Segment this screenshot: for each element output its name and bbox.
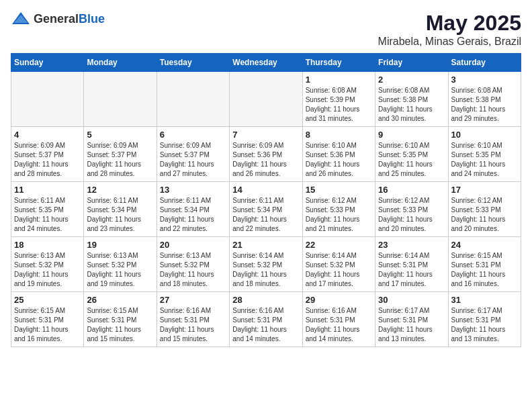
calendar-day-cell xyxy=(11,72,84,127)
calendar-day-cell: 9Sunrise: 6:10 AMSunset: 5:35 PMDaylight… xyxy=(375,127,448,182)
calendar-day-cell: 28Sunrise: 6:16 AMSunset: 5:31 PMDayligh… xyxy=(230,292,302,347)
day-number: 8 xyxy=(306,130,372,140)
day-info: Sunrise: 6:11 AMSunset: 5:35 PMDaylight:… xyxy=(14,196,81,234)
day-info: Sunrise: 6:16 AMSunset: 5:31 PMDaylight:… xyxy=(232,306,299,344)
day-info: Sunrise: 6:13 AMSunset: 5:32 PMDaylight:… xyxy=(160,251,226,289)
calendar-day-cell: 25Sunrise: 6:15 AMSunset: 5:31 PMDayligh… xyxy=(11,292,84,347)
calendar-day-cell: 15Sunrise: 6:12 AMSunset: 5:33 PMDayligh… xyxy=(302,182,375,237)
calendar-week-row: 18Sunrise: 6:13 AMSunset: 5:32 PMDayligh… xyxy=(11,237,521,292)
day-info: Sunrise: 6:14 AMSunset: 5:31 PMDaylight:… xyxy=(378,251,445,289)
calendar-day-cell: 4Sunrise: 6:09 AMSunset: 5:37 PMDaylight… xyxy=(11,127,84,182)
day-number: 22 xyxy=(306,240,372,250)
day-of-week-header: Tuesday xyxy=(157,54,229,72)
calendar-week-row: 1Sunrise: 6:08 AMSunset: 5:39 PMDaylight… xyxy=(11,72,521,127)
day-info: Sunrise: 6:09 AMSunset: 5:37 PMDaylight:… xyxy=(14,141,81,179)
day-info: Sunrise: 6:15 AMSunset: 5:31 PMDaylight:… xyxy=(87,306,153,344)
day-number: 18 xyxy=(14,240,81,250)
day-info: Sunrise: 6:09 AMSunset: 5:37 PMDaylight:… xyxy=(87,141,153,179)
day-info: Sunrise: 6:08 AMSunset: 5:38 PMDaylight:… xyxy=(451,86,518,124)
day-number: 30 xyxy=(378,295,445,305)
day-number: 29 xyxy=(306,295,372,305)
day-info: Sunrise: 6:17 AMSunset: 5:31 PMDaylight:… xyxy=(378,306,445,344)
day-info: Sunrise: 6:14 AMSunset: 5:32 PMDaylight:… xyxy=(306,251,372,289)
calendar-day-cell: 6Sunrise: 6:09 AMSunset: 5:37 PMDaylight… xyxy=(157,127,229,182)
day-info: Sunrise: 6:12 AMSunset: 5:33 PMDaylight:… xyxy=(306,196,372,234)
calendar-day-cell: 29Sunrise: 6:16 AMSunset: 5:31 PMDayligh… xyxy=(302,292,375,347)
calendar-day-cell: 2Sunrise: 6:08 AMSunset: 5:38 PMDaylight… xyxy=(375,72,448,127)
calendar-day-cell: 23Sunrise: 6:14 AMSunset: 5:31 PMDayligh… xyxy=(375,237,448,292)
day-number: 16 xyxy=(378,185,445,195)
calendar-day-cell: 31Sunrise: 6:17 AMSunset: 5:31 PMDayligh… xyxy=(448,292,521,347)
calendar-day-cell: 21Sunrise: 6:14 AMSunset: 5:32 PMDayligh… xyxy=(230,237,302,292)
day-info: Sunrise: 6:10 AMSunset: 5:35 PMDaylight:… xyxy=(378,141,445,179)
calendar-day-cell: 13Sunrise: 6:11 AMSunset: 5:34 PMDayligh… xyxy=(157,182,229,237)
day-info: Sunrise: 6:16 AMSunset: 5:31 PMDaylight:… xyxy=(160,306,226,344)
day-info: Sunrise: 6:12 AMSunset: 5:33 PMDaylight:… xyxy=(378,196,445,234)
day-number: 4 xyxy=(14,130,81,140)
calendar-day-cell: 7Sunrise: 6:09 AMSunset: 5:36 PMDaylight… xyxy=(230,127,302,182)
day-of-week-header: Friday xyxy=(375,54,448,72)
calendar-day-cell: 8Sunrise: 6:10 AMSunset: 5:36 PMDaylight… xyxy=(302,127,375,182)
day-info: Sunrise: 6:09 AMSunset: 5:37 PMDaylight:… xyxy=(160,141,226,179)
day-info: Sunrise: 6:10 AMSunset: 5:36 PMDaylight:… xyxy=(306,141,372,179)
calendar-day-cell: 1Sunrise: 6:08 AMSunset: 5:39 PMDaylight… xyxy=(302,72,375,127)
day-info: Sunrise: 6:13 AMSunset: 5:32 PMDaylight:… xyxy=(14,251,81,289)
day-number: 2 xyxy=(378,75,445,85)
day-number: 27 xyxy=(160,295,226,305)
logo-text-general: General xyxy=(34,12,79,26)
calendar-day-cell: 12Sunrise: 6:11 AMSunset: 5:34 PMDayligh… xyxy=(84,182,157,237)
calendar-day-cell: 17Sunrise: 6:12 AMSunset: 5:33 PMDayligh… xyxy=(448,182,521,237)
day-info: Sunrise: 6:11 AMSunset: 5:34 PMDaylight:… xyxy=(87,196,153,234)
day-info: Sunrise: 6:12 AMSunset: 5:33 PMDaylight:… xyxy=(451,196,518,234)
calendar-week-row: 11Sunrise: 6:11 AMSunset: 5:35 PMDayligh… xyxy=(11,182,521,237)
day-info: Sunrise: 6:11 AMSunset: 5:34 PMDaylight:… xyxy=(160,196,226,234)
day-info: Sunrise: 6:17 AMSunset: 5:31 PMDaylight:… xyxy=(451,306,518,344)
calendar-week-row: 25Sunrise: 6:15 AMSunset: 5:31 PMDayligh… xyxy=(11,292,521,347)
day-info: Sunrise: 6:16 AMSunset: 5:31 PMDaylight:… xyxy=(306,306,372,344)
calendar-day-cell: 11Sunrise: 6:11 AMSunset: 5:35 PMDayligh… xyxy=(11,182,84,237)
logo: GeneralBlue xyxy=(11,11,105,27)
day-info: Sunrise: 6:15 AMSunset: 5:31 PMDaylight:… xyxy=(14,306,81,344)
day-info: Sunrise: 6:11 AMSunset: 5:34 PMDaylight:… xyxy=(232,196,299,234)
calendar-day-cell: 26Sunrise: 6:15 AMSunset: 5:31 PMDayligh… xyxy=(84,292,157,347)
day-info: Sunrise: 6:08 AMSunset: 5:39 PMDaylight:… xyxy=(306,86,372,124)
calendar-day-cell: 10Sunrise: 6:10 AMSunset: 5:35 PMDayligh… xyxy=(448,127,521,182)
calendar-day-cell: 20Sunrise: 6:13 AMSunset: 5:32 PMDayligh… xyxy=(157,237,229,292)
calendar-day-cell xyxy=(230,72,302,127)
day-number: 25 xyxy=(14,295,81,305)
month-title: May 2025 xyxy=(378,11,521,36)
day-info: Sunrise: 6:08 AMSunset: 5:38 PMDaylight:… xyxy=(378,86,445,124)
day-number: 26 xyxy=(87,295,153,305)
day-number: 10 xyxy=(451,130,518,140)
calendar-week-row: 4Sunrise: 6:09 AMSunset: 5:37 PMDaylight… xyxy=(11,127,521,182)
calendar-day-cell: 27Sunrise: 6:16 AMSunset: 5:31 PMDayligh… xyxy=(157,292,229,347)
calendar-day-cell xyxy=(157,72,229,127)
day-number: 9 xyxy=(378,130,445,140)
day-number: 14 xyxy=(232,185,299,195)
day-number: 17 xyxy=(451,185,518,195)
day-number: 20 xyxy=(160,240,226,250)
calendar-table: SundayMondayTuesdayWednesdayThursdayFrid… xyxy=(11,53,521,347)
calendar-day-cell: 19Sunrise: 6:13 AMSunset: 5:32 PMDayligh… xyxy=(84,237,157,292)
day-of-week-header: Wednesday xyxy=(230,54,302,72)
page-header: GeneralBlue May 2025 Mirabela, Minas Ger… xyxy=(11,11,521,48)
day-number: 24 xyxy=(451,240,518,250)
day-number: 12 xyxy=(87,185,153,195)
day-number: 15 xyxy=(306,185,372,195)
day-info: Sunrise: 6:10 AMSunset: 5:35 PMDaylight:… xyxy=(451,141,518,179)
day-of-week-header: Sunday xyxy=(11,54,84,72)
calendar-day-cell: 3Sunrise: 6:08 AMSunset: 5:38 PMDaylight… xyxy=(448,72,521,127)
day-number: 31 xyxy=(451,295,518,305)
logo-text-blue: Blue xyxy=(79,12,105,26)
calendar-day-cell: 30Sunrise: 6:17 AMSunset: 5:31 PMDayligh… xyxy=(375,292,448,347)
day-number: 28 xyxy=(232,295,299,305)
calendar-day-cell xyxy=(84,72,157,127)
logo-icon xyxy=(11,11,31,27)
calendar-day-cell: 16Sunrise: 6:12 AMSunset: 5:33 PMDayligh… xyxy=(375,182,448,237)
day-number: 11 xyxy=(14,185,81,195)
location-title: Mirabela, Minas Gerais, Brazil xyxy=(378,36,521,48)
calendar-day-cell: 24Sunrise: 6:15 AMSunset: 5:31 PMDayligh… xyxy=(448,237,521,292)
calendar-day-cell: 14Sunrise: 6:11 AMSunset: 5:34 PMDayligh… xyxy=(230,182,302,237)
day-number: 21 xyxy=(232,240,299,250)
day-number: 13 xyxy=(160,185,226,195)
